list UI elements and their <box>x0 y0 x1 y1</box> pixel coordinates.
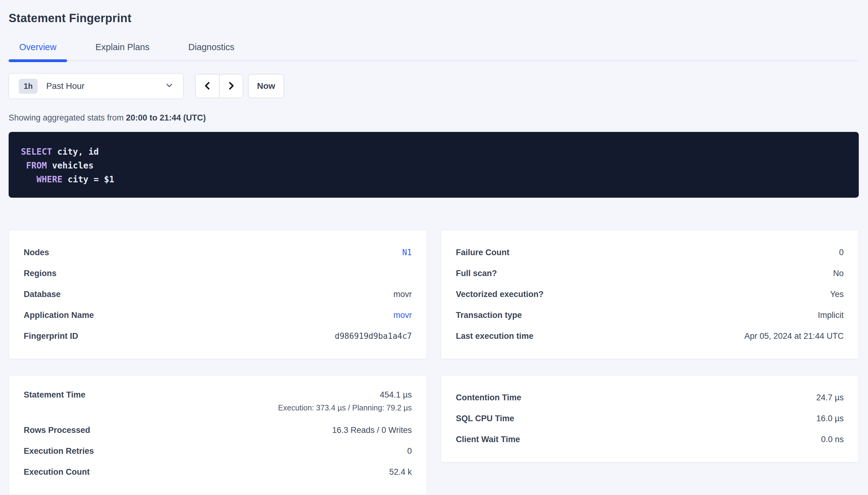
interval-badge: 1h <box>19 79 37 94</box>
sql-line: FROM vehicles <box>21 159 847 172</box>
row-value: No <box>833 269 844 278</box>
table-row: Failure Count 0 <box>456 242 844 263</box>
table-row: Vectorized execution? Yes <box>456 284 844 305</box>
tab-bar: Overview Explain Plans Diagnostics <box>9 38 859 61</box>
time-controls: 1h Past Hour Now <box>9 73 859 99</box>
table-row: Full scan? No <box>456 263 844 284</box>
row-value: Yes <box>830 290 844 299</box>
table-row: Rows Processed 16.3 Reads / 0 Writes <box>24 420 412 441</box>
table-row: Nodes N1 <box>24 242 412 263</box>
row-value: 454.1 µs <box>278 390 412 400</box>
application-name-link[interactable]: movr <box>393 310 412 320</box>
table-row: SQL CPU Time 16.0 µs <box>456 408 844 429</box>
table-row: Client Wait Time 0.0 ns <box>456 429 844 450</box>
row-value: 16.3 Reads / 0 Writes <box>332 426 412 435</box>
row-label: Statement Time <box>24 390 85 400</box>
row-label: Application Name <box>24 310 94 320</box>
time-range-dropdown[interactable]: 1h Past Hour <box>9 73 183 99</box>
sql-line: SELECT city, id <box>21 145 847 159</box>
table-row: Contention Time 24.7 µs <box>456 387 844 408</box>
nodes-link[interactable]: N1 <box>402 248 412 257</box>
row-label: Regions <box>24 269 56 278</box>
table-row: Statement Time 454.1 µs Execution: 373.4… <box>24 387 412 420</box>
details-card-left: Nodes N1 Regions Database movr Applicati… <box>9 230 427 359</box>
chevron-down-icon <box>165 81 174 91</box>
row-label: Last execution time <box>456 331 534 341</box>
tab-diagnostics[interactable]: Diagnostics <box>178 38 245 60</box>
stats-cards-grid: Nodes N1 Regions Database movr Applicati… <box>9 230 859 495</box>
sql-statement-box: SELECT city, id FROM vehicles WHERE city… <box>9 132 859 198</box>
statement-time-breakdown: Execution: 373.4 µs / Planning: 79.2 µs <box>278 404 412 412</box>
table-row: Fingerprint ID d986919d9ba1a4c7 <box>24 326 412 346</box>
table-row: Regions <box>24 263 412 284</box>
row-label: Failure Count <box>456 248 509 257</box>
chevron-left-icon <box>202 81 213 92</box>
table-row: Transaction type Implicit <box>456 305 844 326</box>
time-range-label: Past Hour <box>46 81 85 91</box>
last-execution-time-value: Apr 05, 2024 at 21:44 UTC <box>744 331 844 341</box>
row-label: Fingerprint ID <box>24 331 78 341</box>
row-label: Execution Retries <box>24 446 94 456</box>
page-title: Statement Fingerprint <box>9 12 859 25</box>
row-value: 0.0 ns <box>821 435 844 444</box>
row-label: Nodes <box>24 248 49 257</box>
performance-card-right: Contention Time 24.7 µs SQL CPU Time 16.… <box>441 375 859 462</box>
row-value: 52.4 k <box>389 467 412 477</box>
statement-time-value-block: 454.1 µs Execution: 373.4 µs / Planning:… <box>278 390 412 412</box>
table-row: Database movr <box>24 284 412 305</box>
sql-line: WHERE city = $1 <box>21 172 847 186</box>
chevron-right-icon <box>226 81 236 92</box>
performance-card-left: Statement Time 454.1 µs Execution: 373.4… <box>9 375 427 495</box>
aggregated-stats-summary: Showing aggregated stats from 20:00 to 2… <box>9 113 859 123</box>
row-label: Database <box>24 290 61 299</box>
row-value: 24.7 µs <box>816 393 844 403</box>
previous-interval-button[interactable] <box>195 74 219 98</box>
details-card-right: Failure Count 0 Full scan? No Vectorized… <box>441 230 859 359</box>
row-label: SQL CPU Time <box>456 414 514 423</box>
row-label: Client Wait Time <box>456 435 520 444</box>
row-value: 0 <box>407 446 412 456</box>
time-pager <box>195 74 243 98</box>
summary-time-range: 20:00 to 21:44 (UTC) <box>126 113 206 122</box>
row-value: 0 <box>839 248 844 257</box>
row-label: Execution Count <box>24 467 90 477</box>
row-value: 16.0 µs <box>816 414 844 423</box>
row-label: Full scan? <box>456 269 497 278</box>
table-row: Application Name movr <box>24 305 412 326</box>
tab-overview[interactable]: Overview <box>9 38 67 60</box>
row-label: Contention Time <box>456 393 521 403</box>
table-row: Last execution time Apr 05, 2024 at 21:4… <box>456 326 844 346</box>
row-label: Vectorized execution? <box>456 290 544 299</box>
row-label: Rows Processed <box>24 426 90 435</box>
next-interval-button[interactable] <box>219 74 243 98</box>
fingerprint-id-value: d986919d9ba1a4c7 <box>335 331 412 341</box>
row-label: Transaction type <box>456 310 522 320</box>
tab-explain-plans[interactable]: Explain Plans <box>85 38 160 60</box>
table-row: Execution Count 52.4 k <box>24 461 412 482</box>
statement-fingerprint-page: Statement Fingerprint Overview Explain P… <box>0 0 868 495</box>
table-row: Execution Retries 0 <box>24 441 412 461</box>
row-value: movr <box>393 290 412 299</box>
now-button[interactable]: Now <box>248 74 284 98</box>
summary-prefix: Showing aggregated stats from <box>9 113 126 122</box>
row-value: Implicit <box>818 310 844 320</box>
